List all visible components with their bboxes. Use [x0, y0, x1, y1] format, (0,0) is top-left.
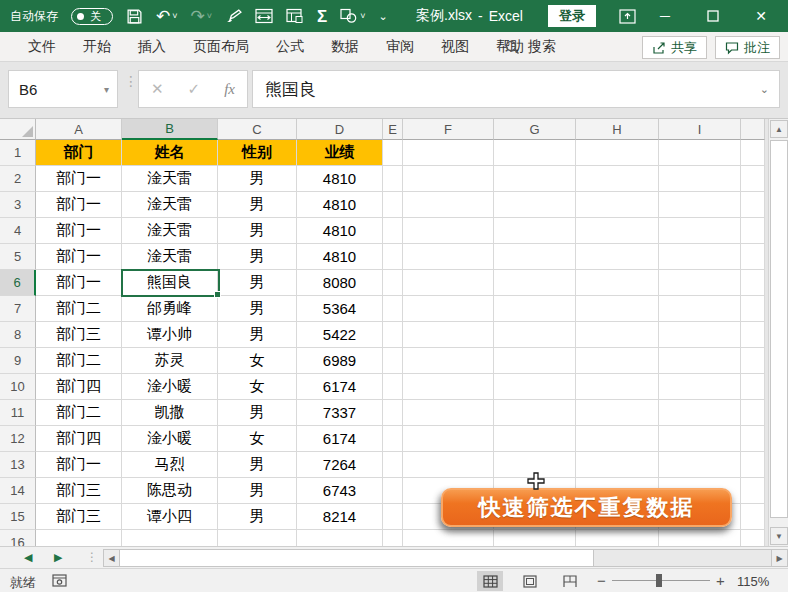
row-header-7[interactable]: 7 [0, 296, 36, 322]
cancel-entry-button[interactable]: ✕ [151, 80, 164, 98]
enter-entry-button[interactable]: ✓ [188, 80, 201, 98]
cell[interactable]: 部门四 [36, 374, 122, 400]
row-header-2[interactable]: 2 [0, 166, 36, 192]
cell[interactable]: 4810 [297, 166, 383, 192]
cell[interactable] [576, 530, 659, 546]
cell[interactable] [576, 140, 659, 166]
row-header-9[interactable]: 9 [0, 348, 36, 374]
tab-data[interactable]: 数据 [331, 38, 359, 56]
scroll-up-button[interactable]: ▲ [770, 120, 788, 138]
cell[interactable] [383, 270, 403, 296]
row-header-6[interactable]: 6 [0, 270, 36, 296]
cell[interactable]: 苏灵 [122, 348, 218, 374]
cell[interactable] [576, 322, 659, 348]
cell[interactable] [383, 504, 403, 530]
cell[interactable]: 5364 [297, 296, 383, 322]
cell[interactable] [383, 140, 403, 166]
cell[interactable] [576, 296, 659, 322]
cell[interactable] [383, 166, 403, 192]
share-button[interactable]: 共享 [642, 36, 707, 59]
column-header-E[interactable]: E [383, 119, 403, 140]
cell[interactable] [403, 400, 494, 426]
cell[interactable]: 6174 [297, 426, 383, 452]
cell[interactable] [659, 348, 741, 374]
row-header-8[interactable]: 8 [0, 322, 36, 348]
tab-bar-grip[interactable]: ⋮ [86, 550, 98, 564]
close-button[interactable]: ✕ [744, 0, 778, 32]
cell[interactable]: 男 [218, 504, 297, 530]
cell[interactable] [576, 348, 659, 374]
sheet-nav-left-icon[interactable]: ◀ [24, 551, 32, 564]
row-header-13[interactable]: 13 [0, 452, 36, 478]
cell[interactable] [403, 348, 494, 374]
cell[interactable]: 部门 [36, 140, 122, 166]
cell[interactable] [659, 400, 741, 426]
cell[interactable] [383, 400, 403, 426]
cell[interactable]: 部门四 [36, 426, 122, 452]
cell[interactable] [383, 478, 403, 504]
cell[interactable] [403, 452, 494, 478]
cell[interactable] [403, 374, 494, 400]
cell[interactable]: 6743 [297, 478, 383, 504]
cell[interactable] [741, 244, 765, 270]
cell[interactable] [494, 270, 576, 296]
tab-formulas[interactable]: 公式 [276, 38, 304, 56]
cell[interactable] [494, 218, 576, 244]
cell[interactable]: 部门二 [36, 400, 122, 426]
cell[interactable] [494, 322, 576, 348]
row-header-1[interactable]: 1 [0, 140, 36, 166]
cell[interactable] [494, 166, 576, 192]
cell[interactable]: 业绩 [297, 140, 383, 166]
cell[interactable] [659, 452, 741, 478]
cell[interactable]: 5422 [297, 322, 383, 348]
cell[interactable] [741, 192, 765, 218]
cell[interactable]: 谭小帅 [122, 322, 218, 348]
column-header-I[interactable]: I [659, 119, 741, 140]
cell[interactable]: 谭小四 [122, 504, 218, 530]
row-header-14[interactable]: 14 [0, 478, 36, 504]
formula-input[interactable]: 熊国良 ⌄ [252, 70, 780, 108]
cell[interactable] [494, 296, 576, 322]
cell[interactable] [741, 478, 765, 504]
cell[interactable]: 部门一 [36, 244, 122, 270]
name-box[interactable]: B6 ▾ [8, 70, 118, 108]
cell[interactable]: 凯撒 [122, 400, 218, 426]
page-layout-view-button[interactable] [517, 571, 543, 591]
column-header-C[interactable]: C [218, 119, 297, 140]
cell[interactable]: 部门一 [36, 452, 122, 478]
cell[interactable] [741, 400, 765, 426]
cell[interactable]: 8080 [297, 270, 383, 296]
cell[interactable]: 淦小暖 [122, 374, 218, 400]
cell[interactable] [741, 374, 765, 400]
cell[interactable]: 女 [218, 348, 297, 374]
cell[interactable]: 部门一 [36, 270, 122, 296]
vertical-scroll-thumb[interactable] [770, 140, 788, 518]
cell[interactable] [383, 348, 403, 374]
cell[interactable]: 7337 [297, 400, 383, 426]
cell[interactable] [494, 374, 576, 400]
cell[interactable]: 男 [218, 218, 297, 244]
cell[interactable]: 男 [218, 478, 297, 504]
search-box[interactable]: 搜索 [505, 32, 556, 62]
tab-review[interactable]: 审阅 [386, 38, 414, 56]
autosave-toggle[interactable]: 关 [71, 8, 113, 25]
cell[interactable] [403, 192, 494, 218]
cell[interactable] [741, 348, 765, 374]
save-button[interactable] [126, 8, 143, 25]
cell[interactable]: 部门一 [36, 166, 122, 192]
cell[interactable] [218, 530, 297, 546]
column-header-partial[interactable] [741, 119, 765, 140]
zoom-level[interactable]: 115% [737, 574, 769, 589]
column-header-G[interactable]: G [494, 119, 576, 140]
cell[interactable] [741, 166, 765, 192]
cell[interactable]: 部门一 [36, 218, 122, 244]
tab-view[interactable]: 视图 [441, 38, 469, 56]
cell[interactable]: 男 [218, 192, 297, 218]
tab-home[interactable]: 开始 [83, 38, 111, 56]
shapes-button[interactable]: ˅ [340, 8, 365, 24]
cell[interactable]: 淦天雷 [122, 192, 218, 218]
cell[interactable] [383, 374, 403, 400]
cell[interactable] [576, 400, 659, 426]
cell[interactable] [494, 426, 576, 452]
cell[interactable] [297, 530, 383, 546]
